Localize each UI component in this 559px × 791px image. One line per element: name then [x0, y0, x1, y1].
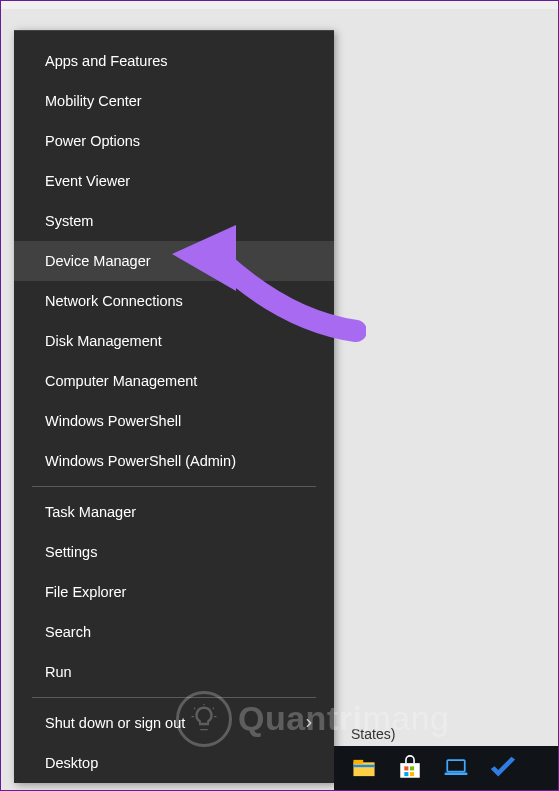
- menu-item-system[interactable]: System: [14, 201, 334, 241]
- svg-rect-6: [404, 772, 408, 776]
- laptop-icon[interactable]: [440, 752, 472, 784]
- menu-item-label: Search: [45, 624, 91, 640]
- svg-rect-0: [353, 762, 374, 776]
- menu-item-shutdown-signout[interactable]: Shut down or sign out: [14, 703, 334, 743]
- menu-item-apps-features[interactable]: Apps and Features: [14, 41, 334, 81]
- menu-item-power-options[interactable]: Power Options: [14, 121, 334, 161]
- menu-item-label: Apps and Features: [45, 53, 168, 69]
- check-icon[interactable]: [486, 752, 518, 784]
- svg-rect-5: [410, 766, 414, 770]
- svg-rect-4: [404, 766, 408, 770]
- winx-power-menu: Apps and FeaturesMobility CenterPower Op…: [14, 30, 334, 783]
- menu-item-label: File Explorer: [45, 584, 126, 600]
- menu-item-computer-management[interactable]: Computer Management: [14, 361, 334, 401]
- menu-item-label: Mobility Center: [45, 93, 142, 109]
- svg-rect-9: [445, 772, 468, 775]
- menu-item-powershell[interactable]: Windows PowerShell: [14, 401, 334, 441]
- menu-item-label: Windows PowerShell (Admin): [45, 453, 236, 469]
- menu-item-desktop[interactable]: Desktop: [14, 743, 334, 783]
- menu-item-network-connections[interactable]: Network Connections: [14, 281, 334, 321]
- menu-item-label: Computer Management: [45, 373, 197, 389]
- menu-item-label: Desktop: [45, 755, 98, 771]
- menu-item-label: Shut down or sign out: [45, 715, 185, 731]
- menu-item-label: Run: [45, 664, 72, 680]
- menu-item-label: Windows PowerShell: [45, 413, 181, 429]
- file-explorer-icon[interactable]: [348, 752, 380, 784]
- menu-separator: [32, 486, 316, 487]
- menu-item-device-manager[interactable]: Device Manager: [14, 241, 334, 281]
- menu-item-disk-management[interactable]: Disk Management: [14, 321, 334, 361]
- menu-item-event-viewer[interactable]: Event Viewer: [14, 161, 334, 201]
- store-icon[interactable]: [394, 752, 426, 784]
- menu-item-label: Network Connections: [45, 293, 183, 309]
- taskbar: [334, 746, 558, 790]
- menu-item-search[interactable]: Search: [14, 612, 334, 652]
- svg-rect-1: [353, 760, 363, 764]
- menu-item-task-manager[interactable]: Task Manager: [14, 492, 334, 532]
- menu-item-label: Power Options: [45, 133, 140, 149]
- svg-rect-8: [447, 760, 465, 771]
- svg-rect-2: [353, 765, 374, 767]
- menu-item-powershell-admin[interactable]: Windows PowerShell (Admin): [14, 441, 334, 481]
- chevron-right-icon: [302, 716, 316, 730]
- menu-separator: [32, 697, 316, 698]
- menu-item-label: Disk Management: [45, 333, 162, 349]
- menu-item-settings[interactable]: Settings: [14, 532, 334, 572]
- menu-item-file-explorer[interactable]: File Explorer: [14, 572, 334, 612]
- menu-item-run[interactable]: Run: [14, 652, 334, 692]
- window-top-strip: [1, 1, 558, 9]
- svg-rect-7: [410, 772, 414, 776]
- menu-item-label: Device Manager: [45, 253, 151, 269]
- language-indicator-text: States): [351, 726, 395, 742]
- menu-item-mobility-center[interactable]: Mobility Center: [14, 81, 334, 121]
- menu-item-label: Settings: [45, 544, 97, 560]
- menu-item-label: Task Manager: [45, 504, 136, 520]
- menu-item-label: System: [45, 213, 93, 229]
- menu-item-label: Event Viewer: [45, 173, 130, 189]
